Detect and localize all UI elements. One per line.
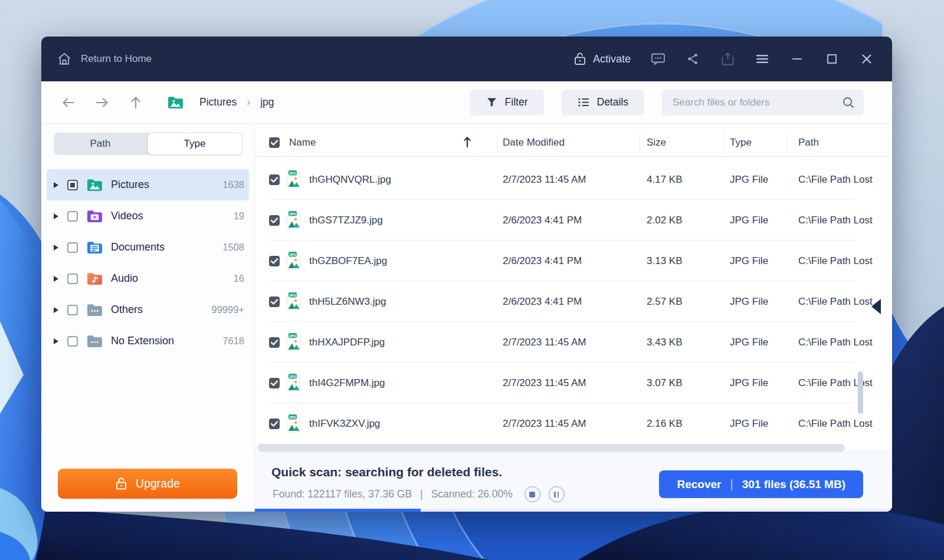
row-checkbox[interactable] [269,256,280,266]
pause-scan-button[interactable] [549,486,565,502]
expand-arrow-icon[interactable] [54,245,58,251]
column-divider [724,132,725,154]
tab-path[interactable]: Path [54,133,148,155]
search-icon[interactable] [842,96,855,109]
sidebar-item-pictures[interactable]: Pictures 1638 [47,169,249,200]
column-header-type[interactable]: Type [730,137,752,149]
feedback-icon[interactable] [650,51,666,67]
share-icon[interactable] [685,51,700,67]
file-type: JPG File [730,255,768,267]
documents-checkbox[interactable] [67,242,78,253]
recover-label: Recover [677,478,721,491]
sidebar-item-documents[interactable]: Documents 1508 [47,232,249,263]
videos-folder-icon [87,209,103,223]
expand-arrow-icon[interactable] [54,338,58,344]
filter-icon [486,97,497,108]
svg-text:JPG: JPG [289,172,296,175]
maximize-button[interactable] [824,51,840,67]
jpg-file-icon: JPG [286,292,301,311]
row-checkbox[interactable] [269,174,280,185]
forward-button[interactable] [95,95,109,110]
sidebar-item-others[interactable]: Others 99999+ [47,294,249,325]
no-extension-checkbox[interactable] [67,336,78,347]
column-header-name[interactable]: Name [289,137,316,149]
table-row[interactable]: JPG thGZBOF7EA.jpg 2/6/2023 4:41 PM 3.13… [255,241,892,281]
nav-arrows [61,95,143,110]
sort-ascending-icon[interactable] [463,136,472,149]
sidebar-item-label: Videos [111,210,143,222]
pictures-folder-icon [87,178,103,192]
sidebar-item-label: Documents [111,241,165,253]
column-divider [640,132,640,154]
jpg-file-icon: JPG [286,414,301,433]
select-all-checkbox[interactable] [269,137,280,148]
expand-arrow-icon[interactable] [54,182,58,188]
row-checkbox[interactable] [269,419,280,429]
details-icon [578,97,589,108]
row-checkbox[interactable] [269,378,280,388]
pictures-folder-icon [168,95,183,109]
close-button[interactable] [859,51,874,67]
pictures-checkbox[interactable] [67,180,78,190]
expand-arrow-icon[interactable] [54,276,58,282]
sidebar-item-label: Pictures [111,179,149,191]
sidebar-item-count: 99999+ [211,304,244,315]
file-path: C:\File Path Lost [798,174,873,186]
table-row[interactable]: JPG thH5LZ6NW3.jpg 2/6/2023 4:41 PM 2.57… [255,281,892,322]
file-path: C:\File Path Lost [798,418,873,430]
table-row[interactable]: JPG thGS7TZJZ9.jpg 2/6/2023 4:41 PM 2.02… [255,200,892,241]
tab-type[interactable]: Type [148,133,242,155]
audio-folder-icon [87,272,103,285]
titlebar-actions: Activate [573,51,874,67]
lock-icon [573,52,586,66]
sidebar-item-count: 1508 [222,242,244,253]
horizontal-scrollbar[interactable] [257,444,845,452]
menu-icon[interactable] [755,51,770,67]
row-checkbox[interactable] [269,215,280,226]
column-header-size[interactable]: Size [647,137,666,149]
scan-progress-fill [255,509,421,512]
file-rows: JPG thGHQNVQRL.jpg 2/7/2023 11:45 AM 4.1… [255,159,892,444]
up-button[interactable] [129,95,143,110]
table-row[interactable]: JPG thHXAJPDFP.jpg 2/7/2023 11:45 AM 3.4… [255,322,892,363]
others-checkbox[interactable] [67,305,78,315]
file-size: 2.57 KB [647,296,683,308]
sidebar-item-label: Others [111,304,143,316]
svg-text:JPG: JPG [289,334,296,338]
details-button[interactable]: Details [562,90,645,116]
preview-collapse-handle[interactable] [871,299,881,314]
sidebar-item-count: 7618 [222,335,244,347]
breadcrumb-root[interactable]: Pictures [199,96,237,108]
breadcrumb-current[interactable]: jpg [260,96,274,108]
stop-scan-button[interactable] [525,486,540,502]
expand-arrow-icon[interactable] [54,307,58,313]
jpg-file-icon: JPG [286,332,301,352]
expand-arrow-icon[interactable] [54,213,58,219]
column-header-path[interactable]: Path [798,137,819,149]
vertical-scrollbar[interactable] [858,371,863,414]
table-row[interactable]: JPG thI4G2FMPM.jpg 2/7/2023 11:45 AM 3.0… [255,363,892,403]
videos-checkbox[interactable] [67,211,78,222]
breadcrumb: Pictures › jpg [168,95,274,109]
audio-checkbox[interactable] [67,274,78,284]
back-button[interactable] [61,95,76,110]
search-input[interactable] [673,97,842,108]
row-checkbox[interactable] [269,337,280,348]
sidebar-item-audio[interactable]: Audio 16 [47,263,249,294]
svg-text:JPG: JPG [289,294,296,297]
column-header-date[interactable]: Date Modified [503,137,565,149]
minimize-button[interactable] [789,51,805,67]
recover-button[interactable]: Recover | 301 files (36.51 MB) [659,470,863,498]
file-type: JPG File [730,296,768,308]
sidebar-item-videos[interactable]: Videos 19 [47,200,249,232]
sidebar-item-count: 16 [234,273,244,284]
return-home-button[interactable]: Return to Home [57,51,152,67]
table-row[interactable]: JPG thIFVK3ZXV.jpg 2/7/2023 11:45 AM 2.1… [255,403,892,444]
filter-button[interactable]: Filter [470,90,544,116]
sidebar-item-no-extension[interactable]: No Extension 7618 [47,325,249,357]
app-body: Path Type Pictures 1638 [41,124,892,512]
row-checkbox[interactable] [269,297,280,307]
activate-button[interactable]: Activate [573,52,631,66]
table-row[interactable]: JPG thGHQNVQRL.jpg 2/7/2023 11:45 AM 4.1… [255,159,892,200]
upgrade-button[interactable]: Upgrade [58,469,237,499]
